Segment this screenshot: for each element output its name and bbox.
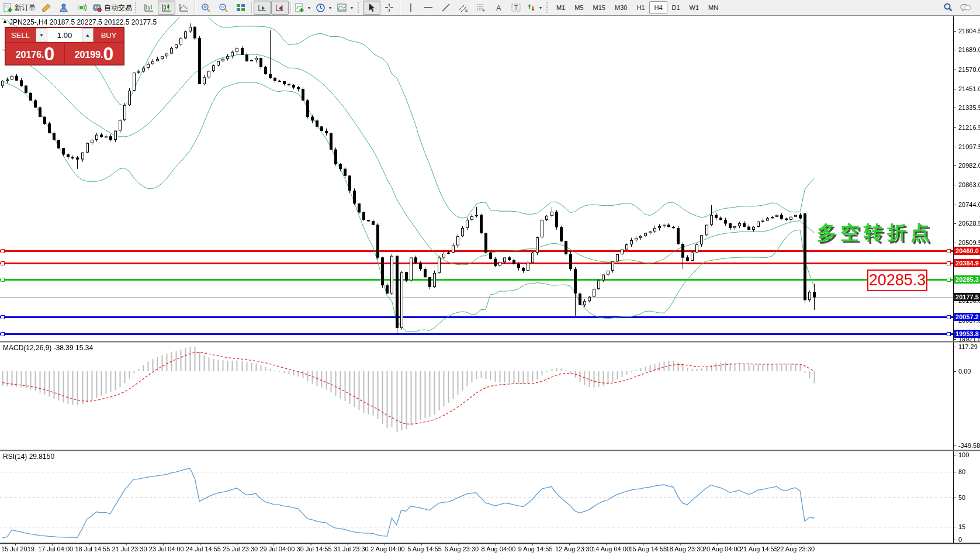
time-axis-label: 21 Jul 23:30 xyxy=(112,545,147,552)
time-axis-label: 30 Jul 14:55 xyxy=(297,545,332,552)
price-axis-tick: 21451.0 xyxy=(958,85,980,92)
time-axis-label: 8 Aug 04:00 xyxy=(482,545,516,552)
time-axis-label: 24 Jul 14:55 xyxy=(186,545,221,552)
time-axis-label: 29 Jul 04:00 xyxy=(259,545,295,552)
price-axis-tick: 21570.0 xyxy=(958,66,980,73)
price-axis-tick: 20744.0 xyxy=(958,201,980,208)
price-axis-tick: 20982.0 xyxy=(958,162,980,169)
price-line-badge: 20177.5 xyxy=(954,293,980,301)
time-axis-label: 18 Aug 23:30 xyxy=(666,545,704,552)
rsi-indicator-label: RSI(14) 29.8150 xyxy=(3,453,54,461)
time-axis-label: 22 Aug 23:30 xyxy=(777,545,815,552)
mt4-window: { "toolbar": { "new_order_label": "新订单",… xyxy=(0,0,980,556)
time-axis-label: 18 Jul 14:55 xyxy=(75,545,110,552)
macd-axis-tick: 117.29 xyxy=(958,343,978,350)
rsi-axis-tick: 0 xyxy=(958,536,962,543)
hline-anchor[interactable] xyxy=(1,278,5,282)
volume-increase-button[interactable]: ▲ xyxy=(82,28,94,42)
price-axis-tick: 20628.5 xyxy=(958,220,980,227)
rsi-axis-tick: 80 xyxy=(958,468,965,475)
one-click-collapse-icon[interactable]: ▲ xyxy=(2,18,8,24)
bid-price: 20176. xyxy=(16,46,44,64)
turning-point-annotation: 多空转折点 xyxy=(817,220,934,246)
hline-anchor[interactable] xyxy=(947,249,951,253)
volume-stepper: ▼ 1.00 ▲ xyxy=(36,28,94,42)
price-line-badge: 20057.2 xyxy=(954,313,980,321)
price-axis-tick: 21216.5 xyxy=(958,124,980,131)
price-line-badge: 19953.8 xyxy=(954,330,980,338)
price-axis-tick: 21335.5 xyxy=(958,104,980,111)
ask-price-panel[interactable]: 20199.0 xyxy=(65,43,123,64)
ask-price: 20199. xyxy=(75,46,103,64)
price-callout-box: 20285.3 xyxy=(867,270,927,291)
time-axis-label: 25 Jul 23:30 xyxy=(223,545,258,552)
macd-axis-tick: 0.00 xyxy=(958,368,971,375)
volume-input[interactable]: 1.00 xyxy=(47,28,82,42)
price-line-badge: 20460.0 xyxy=(954,247,980,255)
hline-anchor[interactable] xyxy=(1,315,5,319)
price-line-badge: 20285.3 xyxy=(954,275,980,284)
price-axis-tick: 21689.0 xyxy=(958,46,980,53)
hline-anchor[interactable] xyxy=(1,249,5,253)
time-axis-label: 9 Aug 14:55 xyxy=(518,545,553,552)
price-axis-tick: 21097.5 xyxy=(958,143,980,150)
time-axis-label: 2 Aug 04:00 xyxy=(370,545,405,552)
price-axis-tick: 20863.0 xyxy=(958,181,980,188)
one-click-trading-panel: SELL ▼ 1.00 ▲ BUY 20176.0 20199.0 xyxy=(5,27,124,65)
hline-anchor[interactable] xyxy=(947,332,951,336)
hline-anchor[interactable] xyxy=(947,261,951,265)
macd-indicator-label: MACD(12,26,9) -38.39 15.34 xyxy=(3,344,93,352)
time-axis-label: 31 Jul 23:30 xyxy=(334,545,369,552)
buy-button[interactable]: BUY xyxy=(94,28,123,42)
rsi-axis-tick: 100 xyxy=(958,451,969,458)
bid-price-panel[interactable]: 20176.0 xyxy=(6,43,64,64)
price-axis-tick: 21804.5 xyxy=(958,27,980,34)
time-axis-label: 15 Aug 14:55 xyxy=(629,545,667,552)
hline-anchor[interactable] xyxy=(947,278,951,282)
rsi-axis-tick: 50 xyxy=(958,494,965,501)
time-axis-label: 5 Aug 14:55 xyxy=(407,545,442,552)
hline-anchor[interactable] xyxy=(1,332,5,336)
rsi-axis-tick: 15 xyxy=(958,523,965,530)
hline-anchor[interactable] xyxy=(947,315,951,319)
time-axis-label: 17 Jul 04:00 xyxy=(38,545,73,552)
volume-decrease-button[interactable]: ▼ xyxy=(36,28,47,42)
bid-price-big-digit: 0 xyxy=(44,44,55,64)
time-axis-label: 14 Aug 04:00 xyxy=(592,545,630,552)
chart-plot-canvas[interactable] xyxy=(0,0,980,556)
time-axis-label: 12 Aug 23:30 xyxy=(555,545,593,552)
price-line-badge: 20384.9 xyxy=(954,259,980,267)
macd-axis-tick: -349.58 xyxy=(958,442,980,449)
time-axis-label: 20 Aug 04:00 xyxy=(703,545,741,552)
time-axis-label: 23 Jul 04:00 xyxy=(149,545,184,552)
time-axis-label: 21 Aug 14:55 xyxy=(740,545,778,552)
price-axis-tick: 20509.5 xyxy=(958,239,980,246)
chart-title-ohlc: JPN225-,H4 20187.5 20227.5 20122.5 20177… xyxy=(9,18,157,26)
time-axis-label: 6 Aug 23:30 xyxy=(444,545,479,552)
hline-anchor[interactable] xyxy=(1,261,5,265)
ask-price-big-digit: 0 xyxy=(103,44,114,64)
sell-button[interactable]: SELL xyxy=(6,28,35,42)
time-axis-label: 15 Jul 2019 xyxy=(1,545,34,552)
